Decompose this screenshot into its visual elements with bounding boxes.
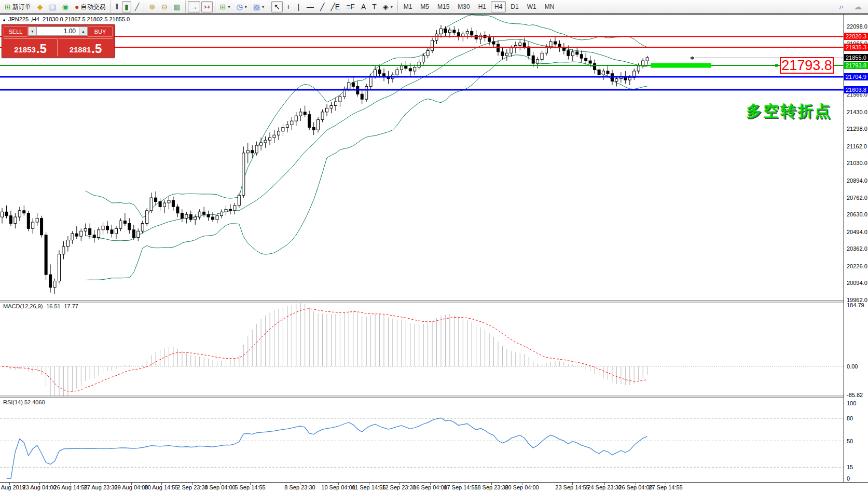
toolbar-right-icons: ⌕☁ — [836, 0, 865, 13]
sell-button[interactable]: SELL — [4, 26, 27, 37]
timeframe-h1-button[interactable]: H1 — [475, 1, 490, 12]
search-icon: ⌕ — [839, 3, 844, 10]
autotrading-icon: ● — [75, 3, 79, 10]
rsi-indicator-label: RSI(14) 52.4060 — [3, 399, 45, 405]
rsi-tick-label: 0 — [847, 475, 850, 482]
price-callout-label[interactable]: 21793.8 — [780, 57, 834, 74]
volume-input[interactable] — [37, 26, 79, 36]
auto-scroll-icon: → — [190, 3, 198, 10]
text-button[interactable]: A — [359, 1, 368, 12]
channel-button[interactable]: ╱E — [328, 1, 342, 12]
chart-shift-button[interactable]: ↣ — [201, 1, 213, 12]
symbol-collapse-arrow[interactable]: ▲ — [2, 18, 6, 22]
metaeditor-button[interactable]: ◆ — [35, 1, 46, 12]
templates-button[interactable]: ▨▾ — [251, 1, 267, 12]
price-tick-label: 21298.0 — [847, 126, 867, 132]
metaeditor-icon: ◆ — [37, 3, 43, 10]
volume-control: ▼ ▲ — [28, 26, 88, 36]
new-order-button[interactable]: ⊞新订单 — [2, 1, 34, 12]
timeframe-w1-button-label: W1 — [527, 3, 536, 10]
timeframe-m1-button[interactable]: M1 — [400, 1, 416, 12]
auto-scroll-button[interactable]: → — [188, 1, 200, 12]
time-tick-label: 29 Aug 04:00 — [115, 484, 148, 490]
timeframe-m30-button[interactable]: M30 — [454, 1, 473, 12]
time-tick-label: 4 Sep 04:00 — [204, 484, 235, 490]
zoom-out-button[interactable]: ⊖ — [159, 1, 170, 12]
time-axis[interactable]: 21 Aug 201923 Aug 04:0026 Aug 14:5527 Au… — [0, 482, 868, 492]
dropdown-arrow-icon[interactable]: ▾ — [228, 5, 230, 9]
sell-price[interactable]: 21853 .5 — [4, 38, 58, 56]
time-tick-label: 12 Sep 23:30 — [382, 484, 416, 490]
bollinger-bands — [86, 15, 647, 280]
timeframe-h4-button[interactable]: H4 — [491, 1, 506, 12]
bar-chart-button[interactable]: ‖ — [113, 1, 121, 12]
toolbar-group: M1M5M15M30H1H4D1W1MN — [397, 1, 560, 13]
indicators-button[interactable]: ⊞▾ — [217, 1, 233, 12]
timeframe-d1-button-label: D1 — [511, 3, 518, 10]
zoom-in-button[interactable]: ⊕ — [146, 1, 158, 12]
timeframe-d1-button[interactable]: D1 — [507, 1, 522, 12]
horizontal-line-button[interactable]: — — [304, 1, 316, 12]
timeframe-mn-button-label: MN — [545, 3, 555, 10]
thick-green-segment[interactable] — [651, 63, 711, 68]
autotrading-button-label: 自动交易 — [80, 3, 105, 11]
tile-windows-button[interactable]: ▦ — [171, 1, 183, 12]
rsi-tick-label: 80 — [847, 415, 853, 421]
time-tick-label: 26 Sep 04:00 — [618, 484, 652, 490]
mt4-terminal: ⊞新订单◆▤◉●自动交易‖▮╱⊕⊖▦→↣⊞▾◷▾▨▾↖+∣—╱╱E≡FAT◈▾M… — [0, 0, 868, 492]
zoom-out-icon: ⊖ — [161, 3, 168, 10]
timeframe-m15-button[interactable]: M15 — [434, 1, 453, 12]
time-tick-label: 20 Sep 04:00 — [505, 484, 539, 490]
autotrading-button[interactable]: ●自动交易 — [72, 1, 108, 12]
crosshair-button[interactable]: + — [284, 1, 293, 12]
time-tick-label: 21 Aug 2019 — [0, 484, 25, 490]
timeframe-h4-button-label: H4 — [494, 3, 502, 10]
periods-button[interactable]: ◷▾ — [234, 1, 250, 12]
timeframe-mn-button[interactable]: MN — [541, 1, 558, 12]
dropdown-arrow-icon[interactable]: ▾ — [262, 5, 264, 9]
price-tick-label: 20762.0 — [847, 195, 867, 201]
candlestick-chart-icon: ▮ — [125, 3, 129, 10]
periods-icon: ◷ — [237, 3, 243, 10]
time-tick-label: 18 Sep 23:30 — [474, 484, 508, 490]
cursor-icon: ↖ — [274, 3, 280, 10]
time-tick-label: 26 Aug 14:55 — [54, 484, 88, 490]
time-tick-label: 30 Aug 14:55 — [145, 484, 178, 490]
signals-button[interactable]: ◉ — [60, 1, 71, 12]
toolbar-group: →↣ — [185, 1, 215, 13]
annotation-text[interactable]: 多空转折点 — [746, 101, 832, 122]
price-line-tag: 21793.8 — [844, 62, 868, 69]
text-label-button[interactable]: T — [369, 1, 379, 12]
timeframe-m5-button[interactable]: M5 — [417, 1, 433, 12]
price-tick-label: 20094.0 — [847, 280, 867, 286]
trendline-button[interactable]: ╱ — [318, 1, 327, 12]
price-axis[interactable]: 22098.021966.021566.021430.021298.021162… — [844, 15, 868, 482]
volume-decrease-button[interactable]: ▼ — [28, 26, 37, 36]
time-tick-label: 24 Sep 23:30 — [587, 484, 621, 490]
shapes-icon: ◈ — [383, 3, 389, 10]
volume-increase-button[interactable]: ▲ — [79, 26, 88, 36]
chat-icon: ☁ — [854, 3, 862, 10]
price-tick-label: 22098.0 — [847, 23, 867, 30]
time-tick-label: 23 Aug 04:00 — [23, 484, 57, 490]
cursor-button[interactable]: ↖ — [271, 1, 283, 12]
rsi-indicator — [7, 418, 647, 479]
search-button[interactable]: ⌕ — [837, 1, 846, 12]
candlestick-chart-button[interactable]: ▮ — [122, 1, 131, 12]
timeframe-w1-button[interactable]: W1 — [523, 1, 540, 12]
chat-button[interactable]: ☁ — [851, 1, 864, 12]
buy-button[interactable]: BUY — [88, 26, 113, 37]
market-watch-button[interactable]: ▤ — [47, 1, 59, 12]
price-line-tag: 22020.3 — [844, 33, 868, 40]
shapes-button[interactable]: ◈▾ — [380, 1, 395, 12]
dropdown-arrow-icon[interactable]: ▾ — [391, 5, 393, 9]
time-tick-label: 5 Sep 14:55 — [235, 484, 265, 490]
time-tick-label: 2 Sep 23:30 — [177, 484, 208, 490]
vertical-line-button[interactable]: ∣ — [294, 1, 303, 12]
price-tick-label: 20226.0 — [847, 263, 867, 269]
chart-plot-area[interactable] — [0, 15, 868, 482]
line-chart-button[interactable]: ╱ — [132, 1, 142, 12]
fibonacci-button[interactable]: ≡F — [343, 1, 357, 12]
buy-price[interactable]: 21881 .5 — [59, 38, 113, 56]
dropdown-arrow-icon[interactable]: ▾ — [245, 5, 247, 9]
